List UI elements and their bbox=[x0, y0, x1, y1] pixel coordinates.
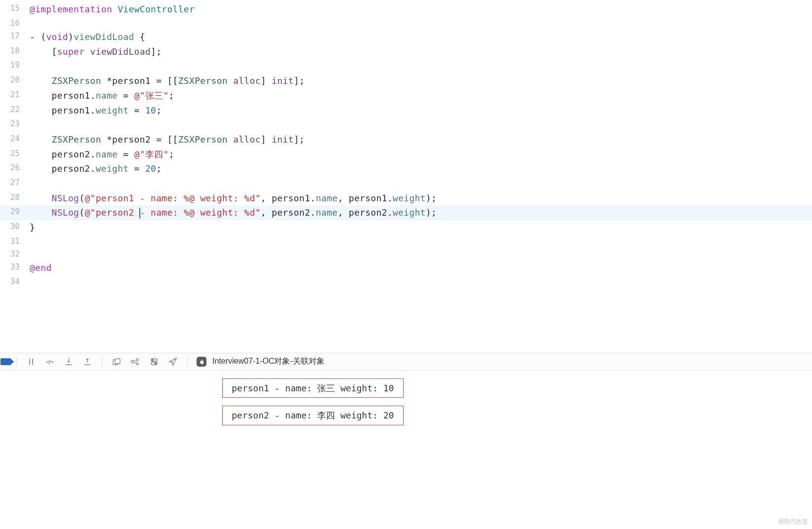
line-number[interactable]: 16 bbox=[0, 17, 30, 30]
code-line[interactable]: 21 person1.name = @"张三"; bbox=[0, 88, 812, 103]
separator bbox=[187, 357, 188, 367]
console-line[interactable]: person2 - name: 李四 weight: 20 bbox=[222, 406, 404, 425]
line-number[interactable]: 32 bbox=[0, 248, 30, 261]
code-content[interactable]: NSLog(@"person2 - name: %@ weight: %d", … bbox=[30, 205, 812, 220]
console-output[interactable]: person1 - name: 张三 weight: 10person2 - n… bbox=[222, 371, 812, 433]
step-out-icon[interactable] bbox=[82, 356, 93, 367]
code-content[interactable]: person2.weight = 20; bbox=[30, 161, 812, 176]
svg-rect-1 bbox=[115, 359, 120, 364]
location-icon[interactable] bbox=[167, 356, 178, 367]
code-line[interactable]: 15@implementation ViewController bbox=[0, 2, 812, 17]
line-number[interactable]: 31 bbox=[0, 235, 30, 248]
code-content[interactable] bbox=[30, 248, 812, 261]
code-content[interactable]: @end bbox=[30, 261, 812, 275]
line-number[interactable]: 17 bbox=[0, 30, 30, 44]
code-content[interactable]: ZSXPerson *person1 = [[ZSXPerson alloc] … bbox=[30, 74, 812, 88]
code-content[interactable]: person2.name = @"李四"; bbox=[30, 147, 812, 162]
app-badge-icon bbox=[197, 357, 206, 367]
code-line[interactable]: 25 person2.name = @"李四"; bbox=[0, 147, 812, 162]
code-line[interactable]: 26 person2.weight = 20; bbox=[0, 161, 812, 176]
code-content[interactable]: @implementation ViewController bbox=[30, 2, 812, 17]
line-number[interactable]: 19 bbox=[0, 59, 30, 74]
code-line[interactable]: 30} bbox=[0, 220, 812, 235]
line-number[interactable]: 25 bbox=[0, 147, 30, 162]
step-over-icon[interactable] bbox=[44, 356, 55, 367]
line-number[interactable]: 30 bbox=[0, 220, 30, 235]
code-content[interactable]: - (void)viewDidLoad { bbox=[30, 30, 812, 44]
line-number[interactable]: 24 bbox=[0, 132, 30, 147]
code-line[interactable]: 19 bbox=[0, 59, 812, 74]
line-number[interactable]: 27 bbox=[0, 176, 30, 191]
code-content[interactable] bbox=[30, 275, 812, 288]
code-content[interactable] bbox=[30, 235, 812, 248]
code-content[interactable]: person1.weight = 10; bbox=[30, 103, 812, 118]
code-content[interactable]: ZSXPerson *person2 = [[ZSXPerson alloc] … bbox=[30, 132, 812, 147]
environment-overrides-icon[interactable] bbox=[149, 356, 160, 367]
memory-graph-icon[interactable] bbox=[130, 356, 141, 367]
debug-toolbar: Interview07-1-OC对象-关联对象 bbox=[0, 353, 812, 371]
svg-point-8 bbox=[155, 363, 157, 364]
svg-point-7 bbox=[152, 359, 154, 361]
code-line[interactable]: 17- (void)viewDidLoad { bbox=[0, 30, 812, 44]
console-line[interactable]: person1 - name: 张三 weight: 10 bbox=[222, 378, 404, 398]
line-number[interactable]: 18 bbox=[0, 44, 30, 59]
code-content[interactable] bbox=[30, 59, 812, 74]
code-line[interactable]: 31 bbox=[0, 235, 812, 248]
line-number[interactable]: 28 bbox=[0, 191, 30, 206]
code-editor[interactable]: 15@implementation ViewController1617- (v… bbox=[0, 0, 812, 289]
code-content[interactable]: [super viewDidLoad]; bbox=[30, 44, 812, 59]
svg-point-2 bbox=[131, 360, 134, 363]
code-line[interactable]: 34 bbox=[0, 275, 812, 288]
code-line[interactable]: 33@end bbox=[0, 261, 812, 275]
code-line[interactable]: 24 ZSXPerson *person2 = [[ZSXPerson allo… bbox=[0, 132, 812, 147]
line-number[interactable]: 33 bbox=[0, 261, 30, 275]
code-line[interactable]: 22 person1.weight = 10; bbox=[0, 103, 812, 118]
console-gutter bbox=[0, 371, 222, 430]
line-number[interactable]: 15 bbox=[0, 2, 30, 17]
line-number[interactable]: 26 bbox=[0, 161, 30, 176]
code-content[interactable] bbox=[30, 17, 812, 30]
code-line[interactable]: 29 NSLog(@"person2 - name: %@ weight: %d… bbox=[0, 205, 812, 220]
separator bbox=[16, 357, 17, 367]
svg-point-3 bbox=[136, 358, 138, 360]
view-debugger-icon[interactable] bbox=[111, 356, 122, 367]
code-line[interactable]: 27 bbox=[0, 176, 812, 191]
line-number[interactable]: 20 bbox=[0, 74, 30, 88]
line-number[interactable]: 29 bbox=[0, 205, 30, 220]
code-line[interactable]: 23 bbox=[0, 117, 812, 132]
code-content[interactable] bbox=[30, 117, 812, 132]
code-line[interactable]: 32 bbox=[0, 248, 812, 261]
code-content[interactable]: person1.name = @"张三"; bbox=[30, 88, 812, 103]
line-number[interactable]: 21 bbox=[0, 88, 30, 103]
line-number[interactable]: 23 bbox=[0, 117, 30, 132]
separator bbox=[102, 357, 102, 367]
line-number[interactable]: 34 bbox=[0, 275, 30, 288]
svg-point-4 bbox=[136, 362, 138, 364]
code-line[interactable]: 28 NSLog(@"person1 - name: %@ weight: %d… bbox=[0, 191, 812, 206]
code-content[interactable] bbox=[30, 176, 812, 191]
debug-target-name[interactable]: Interview07-1-OC对象-关联对象 bbox=[212, 355, 325, 368]
breakpoint-indicator-icon[interactable] bbox=[0, 358, 10, 365]
text-cursor bbox=[139, 208, 140, 219]
pause-icon[interactable] bbox=[26, 356, 37, 367]
code-line[interactable]: 18 [super viewDidLoad]; bbox=[0, 44, 812, 59]
step-into-icon[interactable] bbox=[63, 356, 74, 367]
code-line[interactable]: 20 ZSXPerson *person1 = [[ZSXPerson allo… bbox=[0, 74, 812, 88]
code-content[interactable]: } bbox=[30, 220, 812, 235]
code-line[interactable]: 16 bbox=[0, 17, 812, 30]
code-content[interactable]: NSLog(@"person1 - name: %@ weight: %d", … bbox=[30, 191, 812, 206]
line-number[interactable]: 22 bbox=[0, 103, 30, 118]
